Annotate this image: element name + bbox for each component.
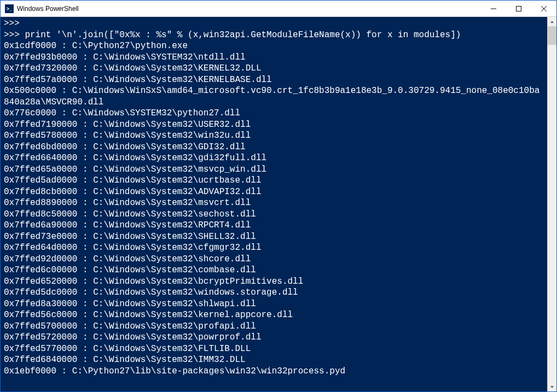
window-titlebar[interactable]: >_ Windows PowerShell [1, 1, 556, 17]
scrollbar-thumb[interactable] [548, 26, 556, 45]
terminal-area[interactable]: >>> >>> print '\n'.join(["0x%x : %s" % (… [1, 17, 556, 391]
powershell-icon: >_ [5, 4, 14, 13]
window-controls [481, 1, 556, 16]
svg-marker-4 [550, 21, 554, 23]
close-icon [541, 6, 547, 11]
close-button[interactable] [531, 1, 556, 16]
svg-rect-1 [517, 6, 521, 11]
chevron-up-icon [550, 20, 554, 24]
scrollbar-down-button[interactable] [548, 382, 556, 391]
scrollbar-track[interactable] [548, 26, 556, 382]
powershell-icon-label: >_ [7, 6, 12, 11]
svg-marker-5 [550, 386, 554, 388]
chevron-down-icon [550, 385, 554, 389]
minimize-icon [491, 6, 496, 11]
maximize-icon [516, 6, 521, 11]
vertical-scrollbar[interactable] [547, 17, 556, 391]
minimize-button[interactable] [481, 1, 506, 16]
window-title: Windows PowerShell [17, 5, 481, 13]
maximize-button[interactable] [506, 1, 531, 16]
terminal-output[interactable]: >>> >>> print '\n'.join(["0x%x : %s" % (… [1, 17, 547, 391]
scrollbar-up-button[interactable] [548, 17, 556, 26]
